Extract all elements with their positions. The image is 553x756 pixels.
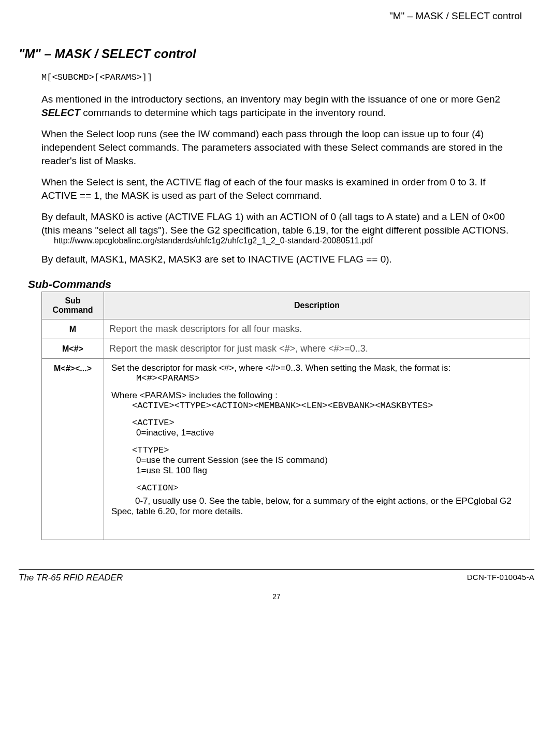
p1-part-c: commands to determine which tags partici…	[80, 107, 386, 118]
mset-ttype-t1: 0=use the current Session (see the IS co…	[136, 455, 525, 466]
paragraph-5: By default, MASK1, MASK2, MASK3 are set …	[41, 253, 523, 266]
th-subcommand: Sub Command	[42, 292, 104, 319]
paragraph-1: As mentioned in the introductory section…	[41, 93, 523, 119]
page-number: 27	[0, 592, 553, 611]
th-description: Description	[104, 292, 530, 319]
page-footer: The TR-65 RFID READER DCN-TF-010045-A	[19, 569, 534, 583]
section-title: "M" – MASK / SELECT control	[19, 47, 523, 61]
syntax-line: M[<SUBCMD>[<PARAMS>]]	[41, 72, 523, 82]
subcommands-heading: Sub-Commands	[28, 278, 523, 290]
cell-sub-m: M	[42, 319, 104, 339]
mset-line4: <ACTIVE><TTYPE><ACTION><MEMBANK><LEN><EB…	[132, 401, 525, 411]
mset-line2: M<#><PARAMS>	[136, 373, 525, 383]
p1-part-a: As mentioned in the introductory section…	[41, 94, 500, 105]
paragraph-4: By default, MASK0 is active (ACTIVE FLAG…	[41, 210, 523, 237]
mset-line1: Set the descriptor for mask <#>, where <…	[109, 363, 525, 373]
cell-sub-mset: M<#><...>	[42, 359, 104, 540]
mset-active-h: <ACTIVE>	[132, 418, 525, 428]
running-header: "M" – MASK / SELECT control	[19, 10, 523, 22]
table-row: M Report the mask descriptors for all fo…	[42, 319, 530, 339]
footer-right: DCN-TF-010045-A	[467, 573, 534, 583]
cell-desc-mnum: Report the mask descriptor for just mask…	[104, 339, 530, 359]
mset-ttype-t2: 1=use SL 100 flag	[136, 466, 525, 476]
mset-line3: Where <PARAMS> includes the following :	[109, 390, 525, 401]
table-row: M<#><...> Set the descriptor for mask <#…	[42, 359, 530, 540]
subcommands-table: Sub Command Description M Report the mas…	[41, 292, 530, 540]
cell-desc-mset: Set the descriptor for mask <#>, where <…	[104, 359, 530, 540]
mset-ttype-h: <TTYPE>	[132, 445, 525, 455]
table-header-row: Sub Command Description	[42, 292, 530, 319]
p1-select-bold: SELECT	[41, 107, 80, 118]
cell-sub-mnum: M<#>	[42, 339, 104, 359]
paragraph-3: When the Select is sent, the ACTIVE flag…	[41, 176, 523, 202]
table-row: M<#> Report the mask descriptor for just…	[42, 339, 530, 359]
mset-active-t: 0=inactive, 1=active	[136, 428, 525, 438]
spec-url: http://www.epcglobalinc.org/standards/uh…	[54, 236, 523, 245]
paragraph-2: When the Select loop runs (see the IW co…	[41, 127, 523, 167]
mset-action-t: 0-7, usually use 0. See the table, below…	[109, 496, 525, 517]
mset-action-h: <ACTION>	[136, 483, 525, 493]
footer-left: The TR-65 RFID READER	[19, 573, 123, 583]
cell-desc-m: Report the mask descriptors for all four…	[104, 319, 530, 339]
